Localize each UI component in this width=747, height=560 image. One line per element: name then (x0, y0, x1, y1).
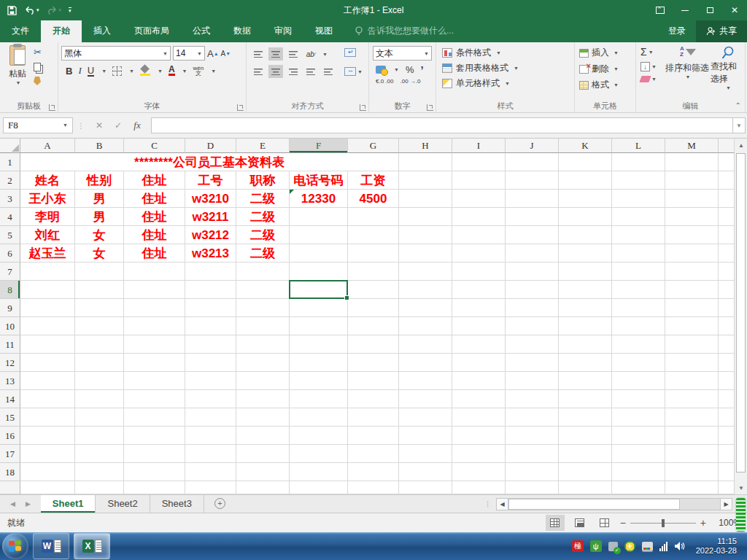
cell[interactable] (506, 171, 559, 190)
cell[interactable] (559, 153, 612, 171)
cell[interactable] (348, 354, 399, 372)
cell[interactable] (236, 463, 290, 481)
cell[interactable] (20, 408, 75, 427)
cell[interactable] (665, 226, 719, 244)
cell[interactable] (559, 372, 612, 390)
column-header-L[interactable]: L (612, 139, 665, 153)
cell[interactable] (124, 463, 185, 481)
zoom-slider[interactable] (630, 523, 696, 524)
cell[interactable] (559, 354, 612, 372)
merged-title-cell[interactable]: ********公司员工基本资料表 (20, 153, 399, 171)
cell[interactable]: w3210 (185, 190, 236, 208)
percent-style-button[interactable]: % (406, 64, 414, 75)
cell[interactable]: 女 (75, 244, 124, 262)
cell[interactable] (612, 190, 665, 208)
cell[interactable] (290, 317, 348, 335)
cell[interactable] (612, 153, 665, 171)
align-middle-button[interactable] (268, 47, 283, 61)
cancel-entry-button[interactable]: ✕ (90, 120, 109, 131)
cell[interactable]: 工号 (185, 171, 236, 190)
name-box[interactable]: F8 ▼ (3, 117, 73, 133)
new-sheet-button[interactable]: + (214, 498, 225, 509)
cell[interactable] (612, 408, 665, 427)
cell[interactable] (665, 208, 719, 226)
cell[interactable] (75, 408, 124, 427)
cell[interactable] (612, 226, 665, 244)
column-header-H[interactable]: H (399, 139, 452, 153)
cell[interactable] (506, 390, 559, 408)
cell[interactable] (719, 262, 735, 281)
cell[interactable] (452, 317, 506, 335)
cell[interactable] (124, 335, 185, 354)
cell[interactable] (612, 281, 665, 299)
cell[interactable] (75, 354, 124, 372)
column-header-A[interactable]: A (20, 139, 75, 153)
cell[interactable] (290, 445, 348, 463)
cell[interactable] (452, 208, 506, 226)
cell[interactable] (719, 153, 735, 171)
paste-button[interactable]: 粘贴 ▼ (4, 45, 31, 98)
cell-styles-button[interactable]: 单元格样式▼ (442, 77, 573, 90)
cell[interactable] (665, 408, 719, 427)
taskbar-clock[interactable]: 11:15 2022-03-28 (692, 537, 741, 556)
cell[interactable] (290, 208, 348, 226)
row-header-18[interactable]: 18 (0, 463, 20, 481)
cell[interactable] (290, 226, 348, 244)
cell[interactable] (506, 262, 559, 281)
cell[interactable] (452, 408, 506, 427)
cell[interactable] (20, 354, 75, 372)
cell[interactable] (665, 481, 719, 494)
align-bottom-button[interactable] (286, 47, 301, 61)
cell[interactable] (124, 427, 185, 445)
cell[interactable] (719, 244, 735, 262)
cell[interactable] (399, 372, 452, 390)
redo-button[interactable]: ▾ (47, 6, 62, 15)
cell[interactable] (75, 317, 124, 335)
cell[interactable] (399, 190, 452, 208)
column-header-K[interactable]: K (559, 139, 612, 153)
network-signal-icon[interactable] (659, 542, 667, 551)
cell[interactable] (719, 281, 735, 299)
cell[interactable] (348, 427, 399, 445)
cell[interactable] (559, 299, 612, 317)
hscroll-right-arrow[interactable]: ▶ (720, 498, 732, 510)
cell[interactable] (559, 208, 612, 226)
cell[interactable]: 二级 (236, 190, 290, 208)
row-header-5[interactable]: 5 (0, 226, 20, 244)
row-header-10[interactable]: 10 (0, 317, 20, 335)
ime-seal-icon[interactable]: 極 (572, 540, 584, 552)
cell[interactable] (185, 317, 236, 335)
cell[interactable] (124, 317, 185, 335)
cell[interactable] (506, 153, 559, 171)
cell[interactable] (719, 335, 735, 354)
cell[interactable] (236, 262, 290, 281)
column-header-E[interactable]: E (236, 139, 290, 153)
sheet-nav-right-arrow[interactable]: ▶ (26, 500, 31, 508)
row-header-1[interactable]: 1 (0, 153, 20, 171)
align-left-button[interactable] (251, 65, 266, 78)
formula-input[interactable] (151, 117, 732, 133)
cell[interactable] (124, 354, 185, 372)
cell[interactable] (75, 281, 124, 299)
align-right-button[interactable] (286, 65, 301, 78)
cell[interactable]: 刘红 (20, 226, 75, 244)
cell[interactable] (185, 372, 236, 390)
cell[interactable] (612, 262, 665, 281)
page-layout-view-button[interactable] (570, 515, 589, 531)
cell[interactable] (185, 445, 236, 463)
cell[interactable] (559, 481, 612, 494)
cell[interactable] (452, 226, 506, 244)
copy-button[interactable] (34, 63, 41, 71)
column-header-F[interactable]: F (290, 139, 348, 153)
font-dialog-launcher[interactable] (237, 104, 244, 111)
cell[interactable] (452, 390, 506, 408)
cell[interactable] (348, 390, 399, 408)
decrease-font-size-button[interactable]: A▼ (221, 46, 231, 61)
cell[interactable]: 性别 (75, 171, 124, 190)
column-header-B[interactable]: B (75, 139, 124, 153)
cell[interactable] (236, 354, 290, 372)
tab-insert[interactable]: 插入 (82, 20, 123, 42)
cell[interactable] (20, 262, 75, 281)
cell[interactable] (20, 445, 75, 463)
row-header-3[interactable]: 3 (0, 190, 20, 208)
